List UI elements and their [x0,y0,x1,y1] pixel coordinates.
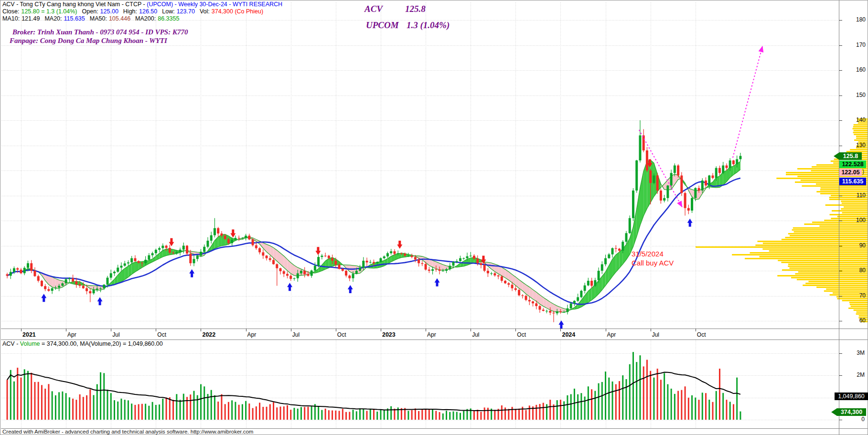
ma200-label: MA200: [135,15,156,22]
price-tick-label: 100 [841,217,866,223]
date-tick-label: Oct [517,331,526,338]
open-value: 125.00 [100,8,118,15]
volume-pane-region[interactable] [1,340,839,428]
price-tick-label: 60 [841,317,866,324]
volume-tick-label: 2M [840,371,865,378]
amibroker-chart-window: ACV - Tong CTy Cang hang khong Viet Nam … [0,0,868,435]
open-label: Open: [82,8,98,15]
quote-line: Close:125.80 = 1.3 (1.04%)Open:125.00Hig… [2,8,268,15]
price-tick-label: 110 [841,192,866,199]
volume-title-prefix: ACV - [2,340,20,347]
fanpage-info: Fanpage: Cong Dong Ca Map Chung Khoan - … [10,37,167,45]
price-tick-label: 70 [841,292,866,299]
annotation-date: 31/5/2024 [632,249,674,258]
price-tick-label: 160 [841,66,866,73]
title-meta: (UPCOM) - Weekly 30-Dec-24 - WYTI RESEAR… [147,1,282,8]
price-badge-ma20: 115.635 [839,178,866,185]
annotation-text: Call buy ACV [632,258,674,267]
date-tick-label: Apr [427,331,436,338]
ma10-value: 121.49 [21,15,40,22]
chart-title: ACV - Tong CTy Cang hang khong Viet Nam … [2,1,282,8]
price-tick-label: 180 [841,16,866,23]
volume-title-values: = 374,300.00, MA(Volume,20) = 1,049,860.… [40,340,163,347]
volume-badge-current: 374,300 [837,408,866,416]
ma-line: MA10:121.49MA20:115.635MA50:105.446MA200… [2,15,184,22]
title-text: ACV - Tong CTy Cang hang khong Viet Nam … [2,1,147,8]
vol-value: 374,300 (Co Phieu) [212,8,263,15]
volume-tick-label: 0 [840,416,865,423]
badge-arrow-icon [834,152,839,160]
ticker-price: 125.8 [405,4,426,14]
ticker-exchange: UPCOM [366,20,399,31]
date-tick-label: Oct [337,331,346,338]
date-tick-label: 2024 [562,331,575,338]
badge-arrow-icon [831,408,837,416]
date-tick-label: Jul [652,331,659,338]
ma20-value: 115.635 [64,15,85,22]
volume-tick-label: 3M [840,350,865,356]
date-tick-label: Oct [157,331,166,338]
volume-badge-ma: 1,049,860 [835,393,868,400]
date-tick-label: Jul [112,331,119,338]
price-pane-region[interactable] [1,0,839,329]
price-tick-label: 130 [841,142,866,149]
low-value: 123.70 [177,8,195,15]
price-badge-close: 125.8 [839,152,862,160]
price-tick-label: 90 [841,242,866,249]
ma50-label: MA50: [90,15,107,22]
high-value: 126.50 [139,8,157,15]
date-tick-label: 2021 [22,331,36,338]
price-tick-label: 140 [841,117,866,123]
date-tick-label: 2023 [382,331,396,338]
price-badge-ribbon-slow: 122.05 [839,169,862,176]
date-tick-label: Apr [607,331,616,338]
call-buy-annotation: 31/5/2024Call buy ACV [632,249,674,267]
price-tick-label: 170 [841,42,866,48]
date-tick-label: Oct [697,331,706,338]
ticker-symbol: ACV [364,4,383,14]
ma200-value: 86.3355 [158,15,179,22]
date-tick-label: Jul [292,331,300,338]
retrace-bracket: ) [862,168,864,175]
ticker-change: 1.3 (1.04%) [407,20,450,31]
broker-info: Broker: Trinh Xuan Thanh - 0973 074 954 … [12,28,188,36]
chart-canvas[interactable] [0,0,868,435]
date-tick-label: Apr [67,331,76,338]
date-tick-label: Apr [247,331,257,338]
ma10-label: MA10: [2,15,20,22]
date-tick-label: Jul [472,331,479,338]
high-label: High: [123,8,137,15]
close-label: Close: [2,8,19,15]
price-tick-label: 80 [841,267,866,274]
price-tick-label: 150 [841,92,866,98]
volume-series-name: Volume [20,340,40,347]
ma20-label: MA20: [44,15,62,22]
vol-label: Vol: [200,8,210,15]
close-value: 125.80 = 1.3 (1.04%) [21,8,77,15]
low-label: Low: [162,8,174,15]
amibroker-credit: Created with AmiBroker - advanced charti… [2,429,253,435]
volume-pane-title: ACV - Volume = 374,300.00, MA(Volume,20)… [2,340,163,347]
price-badge-ribbon-fast: 122.528 [839,160,866,168]
date-tick-label: 2022 [202,331,215,338]
ma50-value: 105.446 [109,15,130,22]
